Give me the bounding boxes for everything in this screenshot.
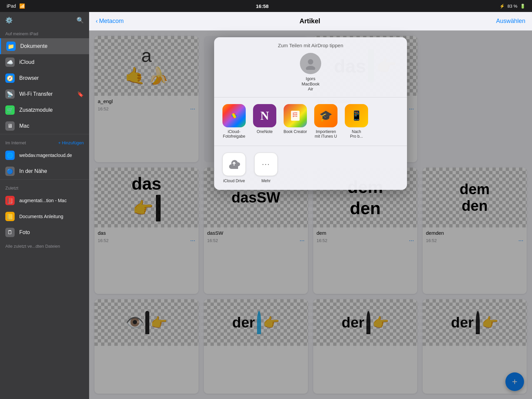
docs-icon: 📒: [5, 212, 15, 221]
auf-meinem-ipad-title: Auf meinem iPad: [0, 25, 89, 38]
apps-section: iCloud-Fotofreigabe N OneNote: [214, 97, 407, 146]
onenote-icon: N: [253, 104, 276, 127]
sidebar-item-browser[interactable]: 🧭 Browser: [0, 70, 89, 86]
dokumente-icon: 📁: [6, 42, 16, 51]
im-internet-section: Im Internet + Hinzufügen 🌐 webdav.magent…: [0, 134, 89, 179]
bookcreator-label: Book Creator: [284, 129, 307, 134]
photos-label: iCloud-Fotofreigabe: [223, 129, 245, 139]
status-left: iPad 📶: [7, 3, 25, 9]
itunes-icon: 🎓: [314, 104, 337, 127]
wifi-transfer-label: Wi-Fi Transfer: [19, 91, 53, 97]
app-item-photos[interactable]: iCloud-Fotofreigabe: [221, 104, 247, 139]
nav-bar: ‹ Metacom Artikel Auswählen: [89, 12, 532, 31]
mehr-label: Mehr: [261, 179, 270, 183]
wifi-icon: 📶: [19, 3, 25, 9]
device-avatar: [300, 53, 321, 74]
wifi-transfer-badge: 🔖: [77, 91, 84, 97]
status-right: ⚡ 83 % 🔋: [499, 4, 525, 9]
airdrop-title: Zum Teilen mit AirDrop tippen: [221, 43, 400, 48]
webdav-icon: 🌐: [5, 151, 15, 160]
im-internet-title: Im Internet + Hinzufügen: [0, 134, 89, 147]
nav-title: Artikel: [300, 17, 320, 25]
nach-label: NachPro b...: [350, 129, 363, 139]
photos-icon: [222, 104, 246, 127]
itunes-label: Importieren mit iTunes U: [313, 129, 339, 139]
icloud-drive-label: iCloud Drive: [223, 179, 245, 183]
sidebar-item-webdav[interactable]: 🌐 webdav.magentacloud.de: [0, 147, 89, 163]
action-icloud-drive[interactable]: iCloud Drive: [221, 153, 247, 183]
auswaehlen-button[interactable]: Auswählen: [496, 18, 525, 25]
webdav-label: webdav.magentacloud.de: [19, 153, 72, 158]
nearby-label: In der Nähe: [19, 168, 47, 174]
back-button[interactable]: ‹ Metacom: [96, 18, 124, 25]
app-item-nach[interactable]: 📱 NachPro b...: [343, 104, 370, 139]
status-bar: iPad 📶 16:58 ⚡ 83 % 🔋: [0, 0, 532, 12]
documents-anleitung-label: Documents Anleitung: [19, 214, 63, 219]
mehr-icon: ···: [254, 153, 278, 176]
sidebar: ⚙️ 🔍 Auf meinem iPad 📁 Dokumente ☁️ iClo…: [0, 12, 89, 399]
sidebar-item-dokumente[interactable]: 📁 Dokumente: [0, 38, 89, 54]
browser-label: Browser: [19, 75, 39, 81]
mac-label: Mac: [19, 123, 29, 129]
status-time: 16:58: [256, 3, 269, 9]
ipad-label: iPad: [7, 3, 16, 9]
device-name: Igors MacBookAir: [297, 76, 324, 92]
foto-icon: 🗒: [5, 228, 15, 237]
sidebar-item-foto[interactable]: 🗒 Foto: [0, 224, 89, 240]
sidebar-item-augmentation[interactable]: 📕 augmentati...tion - Mac: [0, 193, 89, 208]
pdf-icon: 📕: [5, 196, 15, 205]
icloud-icon: ☁️: [5, 58, 15, 67]
augmentation-label: augmentati...tion - Mac: [19, 198, 66, 203]
svg-point-0: [308, 59, 313, 65]
onenote-label: OneNote: [257, 129, 273, 134]
app-item-itunes[interactable]: 🎓 Importieren mit iTunes U: [313, 104, 339, 139]
settings-icon[interactable]: ⚙️: [5, 17, 13, 24]
back-arrow-icon: ‹: [96, 18, 98, 25]
sidebar-item-mac[interactable]: 🖥 Mac: [0, 118, 89, 134]
airdrop-device[interactable]: Igors MacBookAir: [297, 53, 324, 92]
main-content: ‹ Metacom Artikel Auswählen a 🤙 🍌 a_engl: [89, 12, 532, 399]
icloud-drive-icon: [222, 153, 246, 176]
bluetooth-icon: ⚡: [499, 4, 505, 9]
sidebar-item-zusatzmodule[interactable]: 🛒 Zusatzmodule: [0, 102, 89, 118]
svg-point-1: [306, 66, 315, 70]
battery-label: 83 %: [507, 4, 517, 9]
bookcreator-icon: [284, 104, 307, 127]
share-overlay: Zum Teilen mit AirDrop tippen Igors MacB…: [89, 31, 532, 399]
search-icon[interactable]: 🔍: [76, 17, 84, 24]
app-item-bookcreator[interactable]: Book Creator: [282, 104, 309, 139]
sidebar-item-nearby[interactable]: 🔵 In der Nähe: [0, 163, 89, 179]
zusatzmodule-label: Zusatzmodule: [19, 107, 53, 113]
airdrop-section: Zum Teilen mit AirDrop tippen Igors MacB…: [214, 37, 407, 97]
nach-icon: 📱: [345, 104, 368, 127]
sidebar-item-icloud[interactable]: ☁️ iCloud: [0, 54, 89, 70]
share-sheet: Zum Teilen mit AirDrop tippen Igors MacB…: [214, 37, 407, 190]
foto-label: Foto: [19, 229, 30, 235]
sidebar-item-documents-anleitung[interactable]: 📒 Documents Anleitung: [0, 208, 89, 224]
nearby-icon: 🔵: [5, 167, 15, 176]
alle-dateien-link[interactable]: Alle zuletzt ve...dten Dateien: [0, 240, 89, 252]
app-item-onenote[interactable]: N OneNote: [251, 104, 278, 139]
back-label: Metacom: [99, 18, 124, 25]
zuletzt-section: Zuletzt 📕 augmentati...tion - Mac 📒 Docu…: [0, 179, 89, 240]
dokumente-label: Dokumente: [20, 43, 48, 49]
browser-icon: 🧭: [5, 73, 15, 83]
sidebar-item-wifi-transfer[interactable]: 📡 Wi-Fi Transfer 🔖: [0, 86, 89, 102]
zusatzmodule-icon: 🛒: [5, 105, 15, 115]
icloud-label: iCloud: [19, 59, 34, 65]
hinzufuegen-button[interactable]: + Hinzufügen: [58, 140, 84, 145]
wifi-icon: 📡: [5, 89, 15, 99]
action-mehr[interactable]: ··· Mehr: [253, 153, 279, 183]
actions-section: iCloud Drive ··· Mehr: [214, 146, 407, 190]
battery-icon: 🔋: [520, 4, 525, 9]
zuletzt-title: Zuletzt: [0, 180, 89, 193]
mac-icon: 🖥: [5, 121, 15, 131]
